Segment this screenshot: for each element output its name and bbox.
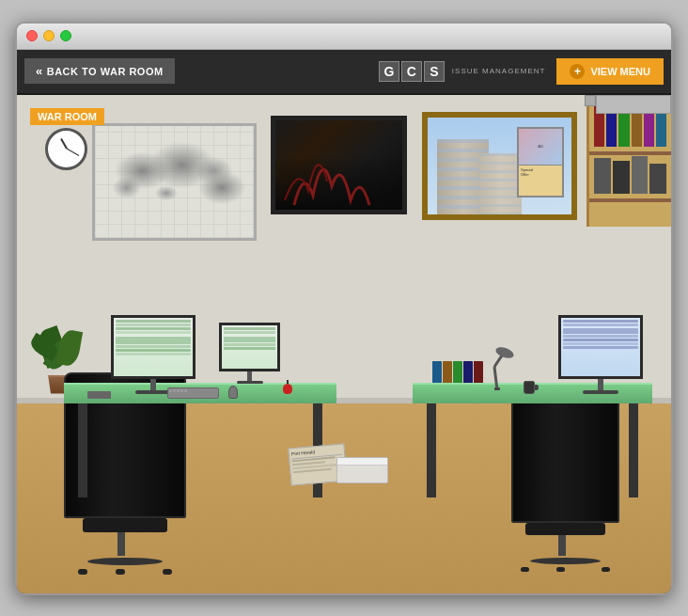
chair-right-large <box>511 391 619 523</box>
keyboard-left <box>167 387 219 399</box>
title-bar <box>17 24 671 50</box>
desk-item-left <box>87 391 111 399</box>
wheel-3 <box>116 569 125 575</box>
maximize-button[interactable] <box>60 30 71 41</box>
view-menu-button[interactable]: + VIEW MENU <box>556 58 664 85</box>
toolbar: BACK TO WAR ROOM G C S ISSUE MANAGEMENT … <box>17 50 671 95</box>
shelf-board-1 <box>589 151 671 155</box>
gcs-letter-s: S <box>424 61 445 82</box>
wheel-r1 <box>521 567 529 572</box>
wheel-r2 <box>602 567 610 572</box>
monitor-left-base <box>135 390 171 394</box>
wheel-2 <box>163 569 172 575</box>
right-desk-leg-back <box>629 403 638 498</box>
book-9 <box>632 156 649 194</box>
building-2 <box>479 153 522 214</box>
monitor-right <box>558 315 643 394</box>
monitor-center <box>219 323 280 384</box>
gcs-letter-g: G <box>379 61 399 82</box>
plant-leaves <box>36 319 83 375</box>
ceiling-fixture-small <box>585 95 596 106</box>
ceiling-fixture <box>596 95 671 114</box>
world-map-whiteboard[interactable] <box>92 123 257 241</box>
svg-line-0 <box>494 367 497 390</box>
chair-seat-left <box>83 518 167 532</box>
right-desk-leg-front <box>427 403 436 498</box>
gcs-letters: G C S <box>379 61 445 82</box>
wheel-r3 <box>556 567 565 572</box>
printer <box>336 457 388 483</box>
plus-icon: + <box>570 64 585 79</box>
desk-lamp <box>483 348 511 394</box>
chair-stem-left <box>117 532 125 556</box>
chair-seat-right <box>525 523 605 535</box>
billboard: AD Special Offer <box>517 127 564 197</box>
apple-object <box>283 384 292 394</box>
gcs-logo: G C S ISSUE MANAGEMENT <box>379 61 557 82</box>
bookshelf <box>586 95 671 227</box>
wall-clock <box>45 128 87 170</box>
traffic-lights <box>26 30 71 41</box>
chair-stem-right <box>558 535 566 556</box>
wheel-1 <box>78 569 87 575</box>
building-photo-frame[interactable]: AD Special Offer <box>422 112 577 220</box>
monitor-right-screen <box>558 315 643 379</box>
svg-line-1 <box>494 355 502 367</box>
close-button[interactable] <box>26 30 38 41</box>
monitor-center-screen <box>219 323 280 371</box>
svg-rect-3 <box>494 387 500 390</box>
book-7 <box>594 158 611 194</box>
mouse-left <box>228 386 238 399</box>
war-room-label: War Room <box>30 108 104 125</box>
clock-minute-hand <box>66 149 78 156</box>
chair-base-left <box>87 558 163 565</box>
book-10 <box>649 164 666 194</box>
shelf-board-2 <box>589 198 671 202</box>
art-frame-dark[interactable] <box>271 116 407 214</box>
art-dark-painting <box>275 120 402 210</box>
billboard-ad: AD <box>519 129 562 166</box>
monitor-left-stand <box>150 379 156 390</box>
minimize-button[interactable] <box>43 30 55 41</box>
map-continents <box>95 126 254 238</box>
world-map <box>95 126 254 238</box>
app-content: BACK TO WAR ROOM G C S ISSUE MANAGEMENT … <box>17 50 671 593</box>
logo-area: G C S ISSUE MANAGEMENT + VIEW MENU <box>379 58 664 85</box>
monitor-left <box>111 315 195 394</box>
window-frame: BACK TO WAR ROOM G C S ISSUE MANAGEMENT … <box>15 22 673 595</box>
monitor-left-screen <box>111 315 195 379</box>
gcs-subtitle: ISSUE MANAGEMENT <box>452 67 546 76</box>
left-desk-leg-front <box>78 403 87 498</box>
clock-face <box>48 131 85 167</box>
leaf-4 <box>56 328 83 367</box>
building-scene: AD Special Offer <box>428 118 571 214</box>
back-to-war-room-button[interactable]: BACK TO WAR ROOM <box>24 58 175 84</box>
books-bottom-row <box>594 156 666 194</box>
book-8 <box>613 161 630 194</box>
book-6 <box>656 109 666 147</box>
coffee-mug <box>524 381 535 394</box>
gcs-letter-c: C <box>401 61 422 82</box>
view-menu-label: VIEW MENU <box>590 66 650 77</box>
war-room-scene: War Room <box>17 95 671 593</box>
